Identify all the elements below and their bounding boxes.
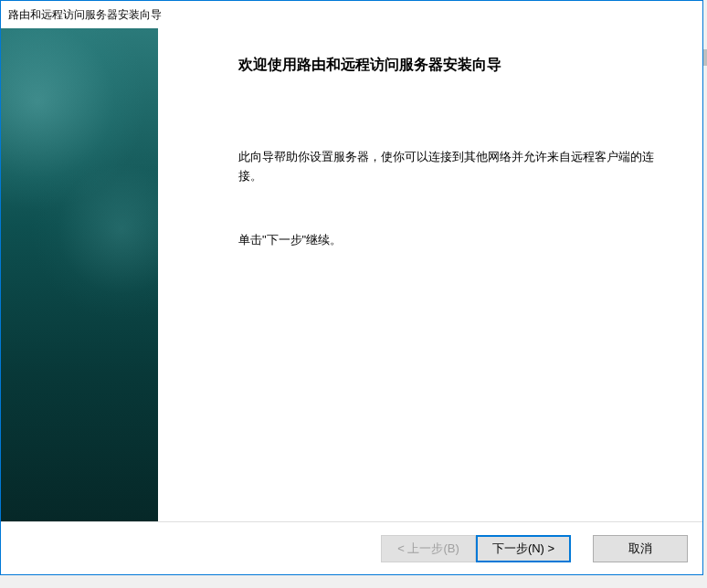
side-banner: [1, 28, 158, 521]
cancel-button[interactable]: 取消: [593, 535, 688, 562]
window-title: 路由和远程访问服务器安装向导: [8, 7, 162, 23]
back-next-group: < 上一步(B) 下一步(N) >: [381, 535, 571, 562]
content-area: 欢迎使用路由和远程访问服务器安装向导 此向导帮助你设置服务器，使你可以连接到其他…: [1, 28, 702, 521]
wizard-heading: 欢迎使用路由和远程访问服务器安装向导: [238, 56, 666, 75]
wizard-window: 路由和远程访问服务器安装向导 欢迎使用路由和远程访问服务器安装向导 此向导帮助你…: [0, 0, 703, 575]
wizard-instruction: 单击"下一步"继续。: [238, 232, 666, 248]
back-button[interactable]: < 上一步(B): [381, 535, 476, 562]
next-button[interactable]: 下一步(N) >: [476, 535, 571, 562]
wizard-description: 此向导帮助你设置服务器，使你可以连接到其他网络并允许来自远程客户端的连接。: [238, 148, 666, 186]
page-shadow: [703, 49, 707, 66]
button-bar: < 上一步(B) 下一步(N) > 取消: [1, 521, 702, 574]
main-content: 欢迎使用路由和远程访问服务器安装向导 此向导帮助你设置服务器，使你可以连接到其他…: [158, 28, 702, 521]
title-bar: 路由和远程访问服务器安装向导: [1, 1, 702, 28]
